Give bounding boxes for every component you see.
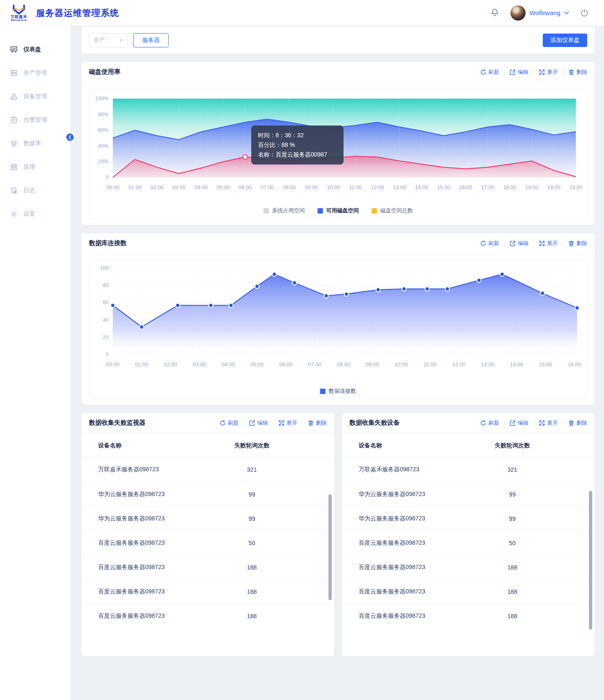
legend-item[interactable]: 可用磁盘空间 [318, 207, 359, 214]
panel-title: 数据收集失败设备 [349, 419, 400, 427]
logo-mark-icon [10, 4, 28, 15]
company-logo: 万联嘉禾 WAN LIAN JIA HE [6, 4, 32, 22]
svg-text:13:00: 13:00 [481, 362, 494, 368]
refresh-button[interactable]: 刷新 [480, 419, 499, 427]
router-icon [10, 93, 18, 100]
legend-item[interactable]: 系统占用空间 [263, 207, 305, 214]
svg-text:100: 100 [100, 265, 109, 271]
tooltip-name: 名称：百度云服务器00987 [258, 150, 337, 159]
gear-icon [10, 210, 18, 218]
edit-button[interactable]: 编辑 [249, 419, 268, 427]
table-scrollbar[interactable] [328, 494, 332, 600]
sidebar-item-label: 设置 [23, 210, 35, 218]
trash-icon [308, 420, 314, 426]
tooltip-time: 时间：8：36：32 [258, 131, 337, 140]
edit-icon [510, 240, 515, 246]
sidebar-item-dashboard[interactable]: 仪表盘 [0, 38, 70, 61]
svg-text:19:00: 19:00 [547, 185, 560, 191]
svg-text:0: 0 [106, 175, 109, 180]
refresh-icon [220, 420, 226, 426]
notification-bell-icon[interactable] [490, 8, 500, 18]
failed-device-table-card: 数据收集失败设备 刷新 编辑 展开 [342, 413, 595, 656]
expand-button[interactable]: 展开 [539, 240, 558, 247]
svg-text:02:00: 02:00 [151, 185, 164, 191]
disk-usage-chart[interactable]: 020%40%60%80%100%00:0001:0002:0003:0004:… [89, 89, 587, 218]
delete-button[interactable]: 删除 [568, 240, 587, 247]
sidebar-item-database[interactable]: 数据库 [0, 132, 70, 155]
asset-select[interactable]: 资产 ▼ [89, 33, 128, 47]
user-menu-chevron-down-icon[interactable] [564, 11, 569, 15]
refresh-button[interactable]: 刷新 [220, 419, 239, 427]
svg-text:19:00: 19:00 [525, 185, 538, 191]
sidebar-collapse-toggle[interactable]: ❮ [66, 133, 74, 141]
edit-icon [510, 420, 515, 426]
svg-text:14:00: 14:00 [415, 185, 428, 191]
server-filter-button[interactable]: 服务器 [133, 33, 169, 47]
delete-button[interactable]: 删除 [568, 68, 587, 76]
filter-bar: 资产 ▼ 服务器 添加仪表盘 [81, 27, 595, 54]
svg-text:100%: 100% [95, 96, 109, 102]
failed-monitor-table-card: 数据收集失败监视器 刷新 编辑 展开 [81, 413, 334, 656]
svg-text:11:00: 11:00 [424, 362, 436, 368]
expand-button[interactable]: 展开 [539, 68, 558, 76]
logout-power-icon[interactable] [580, 8, 589, 17]
svg-text:20: 20 [103, 334, 109, 340]
log-file-icon [10, 187, 18, 194]
expand-icon [279, 420, 284, 426]
table-row: 百度云服务服务器098723188 [81, 603, 328, 628]
legend-item[interactable]: 数据连接数 [320, 387, 356, 395]
svg-text:13:00: 13:00 [393, 185, 406, 191]
delete-button[interactable]: 删除 [308, 419, 327, 427]
server-rack-icon [10, 69, 18, 77]
trash-icon [568, 69, 574, 75]
sidebar-item-alerts[interactable]: 告警管理 [0, 108, 70, 132]
svg-text:40: 40 [103, 317, 109, 323]
dashboard-icon [10, 46, 18, 53]
table-header-row: 设备名称 失败轮询次数 [342, 434, 589, 457]
edit-button[interactable]: 编辑 [510, 419, 528, 427]
svg-text:16:00: 16:00 [459, 185, 472, 191]
add-dashboard-button[interactable]: 添加仪表盘 [543, 34, 587, 47]
edit-button[interactable]: 编辑 [510, 68, 528, 76]
panel-title: 磁盘使用率 [89, 68, 120, 76]
sidebar-item-logs[interactable]: 日志 [0, 179, 70, 202]
expand-icon [539, 69, 545, 75]
edit-button[interactable]: 编辑 [510, 240, 528, 247]
svg-text:03:00: 03:00 [193, 362, 206, 368]
sidebar-item-settings[interactable]: 设置 [0, 202, 70, 226]
svg-text:08:00: 08:00 [337, 362, 350, 368]
legend-item[interactable]: 磁盘空间总数 [372, 207, 413, 214]
trash-icon [568, 420, 574, 426]
svg-text:17:00: 17:00 [481, 185, 494, 191]
svg-text:10:00: 10:00 [395, 362, 408, 368]
svg-text:02:00: 02:00 [164, 362, 177, 368]
delete-button[interactable]: 删除 [568, 419, 587, 427]
sidebar-item-label: 日志 [23, 187, 35, 194]
sidebar-item-devices[interactable]: 设备管理 [0, 85, 70, 108]
sidebar-item-label: 告警管理 [23, 116, 47, 124]
expand-button[interactable]: 展开 [539, 419, 558, 427]
svg-text:00:00: 00:00 [106, 185, 119, 191]
svg-text:06:00: 06:00 [279, 362, 292, 368]
sidebar-item-assets[interactable]: 资产管理 [0, 61, 70, 85]
table-scrollbar[interactable] [589, 491, 592, 629]
expand-button[interactable]: 展开 [279, 419, 297, 427]
trash-icon [568, 240, 574, 246]
svg-text:08:00: 08:00 [283, 185, 296, 191]
sidebar-item-apps[interactable]: 应用 [0, 155, 70, 179]
svg-text:15:00: 15:00 [437, 185, 450, 191]
table-row: 百度云服务服务器098723188 [342, 555, 589, 579]
refresh-button[interactable]: 刷新 [480, 240, 499, 247]
refresh-button[interactable]: 刷新 [480, 68, 499, 76]
main-content: 主页 资产 ▼ 服务器 添加仪表盘 磁盘使用率 刷新 编辑 [70, 0, 604, 680]
svg-text:16:00: 16:00 [568, 362, 581, 368]
svg-text:07:00: 07:00 [260, 185, 273, 191]
select-caret-icon: ▼ [119, 38, 123, 42]
edit-icon [249, 420, 255, 426]
refresh-icon [480, 240, 486, 246]
db-connections-chart[interactable]: 02040608010000:0001:0002:0003:0004:0005:… [89, 260, 587, 398]
user-avatar[interactable] [510, 5, 526, 21]
expand-icon [539, 420, 545, 426]
app-header: 万联嘉禾 WAN LIAN JIA HE 服务器运维管理系统 Wolfewang [0, 0, 604, 26]
table-row: 万联嘉禾服务器098723321 [342, 457, 589, 482]
